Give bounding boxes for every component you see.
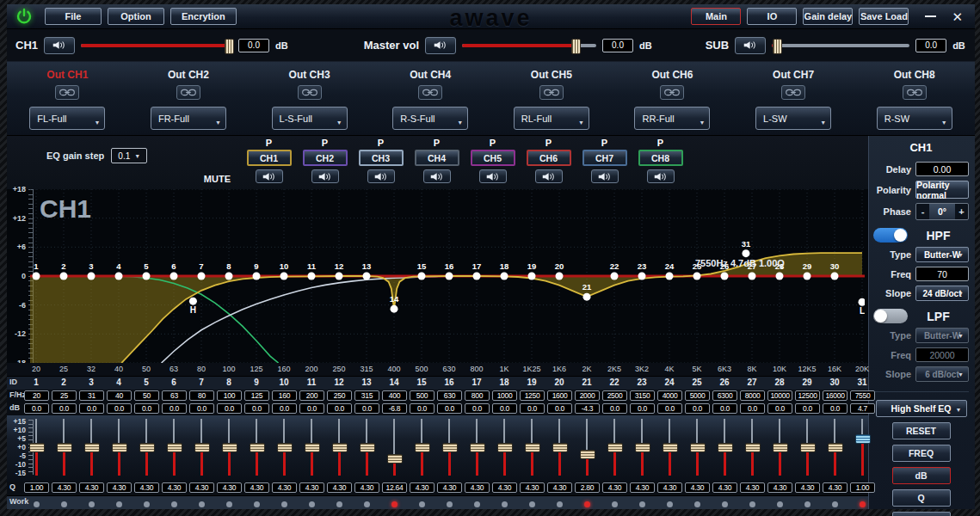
band-q-value[interactable]: 4.30 [107, 482, 132, 493]
bypass-button[interactable]: Bypass [892, 512, 951, 516]
band-freq-value[interactable]: 12500 [795, 390, 820, 401]
band-freq-value[interactable]: 200 [299, 390, 324, 401]
eq-band-dot-5[interactable] [143, 273, 151, 280]
volume-slider-handle[interactable] [571, 39, 581, 54]
band-freq-value[interactable]: 80 [189, 390, 214, 401]
band-gain-value[interactable]: 0.0 [437, 403, 462, 414]
hpf-toggle[interactable] [873, 228, 908, 243]
eq-band-dot-6[interactable] [170, 273, 178, 280]
band-q-value[interactable]: 4.30 [437, 482, 462, 493]
band-q-value[interactable]: 4.30 [823, 482, 847, 493]
band-q-value[interactable]: 4.30 [767, 482, 792, 493]
band-slider-handle-10[interactable] [277, 443, 293, 452]
eq-band-dot-26[interactable] [721, 273, 729, 280]
band-freq-value[interactable]: 400 [382, 390, 407, 401]
output-source-select[interactable]: FR-Full▼ [151, 107, 226, 130]
volume-slider-handle[interactable] [225, 39, 234, 54]
eq-mode-select[interactable]: High Shelf EQ ▼ [876, 400, 967, 417]
band-gain-value[interactable]: 0.0 [492, 403, 517, 414]
band-gain-value[interactable]: 0.0 [547, 403, 572, 414]
eq-band-dot-25[interactable] [693, 273, 701, 280]
band-freq-value[interactable]: 10000 [767, 390, 792, 401]
band-freq-value[interactable]: 31 [79, 390, 104, 401]
eq-band-dot-22[interactable] [611, 273, 619, 280]
band-gain-value[interactable]: 0.0 [189, 403, 214, 414]
band-gain-value[interactable]: 0.0 [52, 403, 77, 414]
eq-channel-mute-button[interactable] [367, 169, 395, 183]
band-q-value[interactable]: 4.30 [685, 482, 710, 493]
band-slider-handle-31[interactable] [855, 434, 871, 444]
power-icon[interactable] [15, 8, 33, 25]
eq-channel-button-ch1[interactable]: CH1 [247, 150, 292, 166]
eq-gain-step-select[interactable]: 0.1 ▼ [111, 148, 147, 163]
eq-band-dot-14[interactable] [391, 305, 398, 313]
band-q-value[interactable]: 4.30 [52, 482, 77, 493]
band-q-value[interactable]: 1.00 [24, 482, 49, 493]
band-q-value[interactable]: 4.30 [410, 482, 435, 493]
eq-band-dot-28[interactable] [776, 273, 784, 280]
band-slider-handle-13[interactable] [360, 443, 375, 452]
menu-button-encrytion[interactable]: Encrytion [170, 8, 237, 25]
eq-channel-mute-button[interactable] [423, 169, 451, 183]
hpf-freq-input[interactable]: 70 [915, 267, 969, 281]
eq-band-dot-12[interactable] [336, 273, 343, 280]
band-q-value[interactable]: 4.30 [244, 482, 269, 493]
eq-channel-button-ch3[interactable]: CH3 [359, 150, 404, 166]
tab-io[interactable]: IO [747, 8, 797, 25]
band-freq-value[interactable]: 8000 [740, 390, 765, 401]
band-freq-value[interactable]: 800 [465, 390, 490, 401]
eq-band-dot-29[interactable] [804, 273, 811, 280]
db-button[interactable]: dB [892, 467, 951, 484]
band-slider-handle-15[interactable] [415, 443, 430, 452]
band-slider-handle-7[interactable] [194, 443, 210, 452]
freq-button[interactable]: FREQ [892, 445, 951, 462]
volume-slider-handle[interactable] [773, 39, 782, 54]
link-button[interactable] [781, 85, 805, 100]
eq-band-dot-11[interactable] [308, 273, 316, 280]
eq-band-dot-3[interactable] [88, 273, 96, 280]
band-gain-value[interactable]: 0.0 [795, 403, 820, 414]
hpf-slope-select[interactable]: 24 dB/oct ▼ [915, 286, 969, 301]
eq-channel-button-ch5[interactable]: CH5 [471, 150, 515, 166]
band-freq-value[interactable]: 2000 [575, 390, 600, 401]
eq-band-dot-31[interactable] [742, 249, 749, 257]
eq-band-dot-19[interactable] [528, 273, 536, 280]
band-slider-handle-8[interactable] [222, 443, 237, 452]
mute-button[interactable] [735, 37, 766, 54]
filter-handle-h[interactable] [189, 298, 197, 305]
eq-band-dot-10[interactable] [280, 273, 288, 280]
band-gain-value[interactable]: 0.0 [520, 403, 545, 414]
eq-band-dot-9[interactable] [253, 273, 261, 280]
band-slider-handle-27[interactable] [745, 443, 761, 452]
eq-band-dot-23[interactable] [638, 273, 646, 280]
eq-band-dot-18[interactable] [501, 273, 508, 280]
band-slider-handle-22[interactable] [607, 443, 623, 452]
band-freq-value[interactable]: 160 [272, 390, 297, 401]
band-gain-value[interactable]: 4.7 [850, 403, 875, 414]
eq-band-dot-27[interactable] [749, 273, 756, 280]
band-slider-handle-28[interactable] [773, 443, 788, 452]
band-gain-value[interactable]: 0.0 [465, 403, 490, 414]
band-gain-value[interactable]: 0.0 [602, 403, 627, 414]
volume-value[interactable]: 0.0 [238, 39, 269, 52]
eq-channel-mute-button[interactable] [479, 169, 507, 183]
band-slider-handle-4[interactable] [112, 443, 127, 452]
eq-channel-button-ch7[interactable]: CH7 [582, 150, 627, 166]
output-source-select[interactable]: L-S-Full▼ [272, 107, 348, 130]
band-slider-handle-24[interactable] [663, 443, 678, 452]
band-slider-handle-9[interactable] [250, 443, 265, 452]
band-gain-value[interactable]: 0.0 [767, 403, 792, 414]
band-gain-value[interactable]: 0.0 [134, 403, 159, 414]
q-button[interactable]: Q [892, 489, 951, 507]
band-slider-handle-2[interactable] [57, 443, 72, 452]
band-q-value[interactable]: 4.30 [492, 482, 517, 493]
polarity-button[interactable]: Polarity normal [915, 181, 969, 199]
band-q-value[interactable]: 4.30 [162, 482, 187, 493]
band-slider-handle-25[interactable] [690, 443, 706, 452]
band-freq-value[interactable]: 1250 [520, 390, 545, 401]
link-button[interactable] [903, 85, 927, 100]
band-freq-value[interactable]: 1600 [547, 390, 572, 401]
band-freq-value[interactable]: 50 [134, 390, 159, 401]
band-gain-value[interactable]: 0.0 [299, 403, 324, 414]
band-slider-handle-6[interactable] [167, 443, 182, 452]
